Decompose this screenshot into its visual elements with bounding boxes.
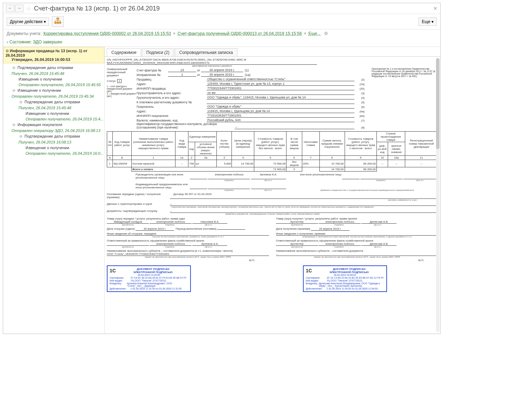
tree-node[interactable]: Извещение о получении xyxy=(4,111,104,116)
signature-stamp-1: 1CДОКУМЕНТ ПОДПИСАН ЭЛЕКТРОННОЙ ПОДПИСЬЮ… xyxy=(107,265,191,292)
link-more[interactable]: Еще... xyxy=(309,31,320,36)
scrollbar[interactable] xyxy=(436,58,440,332)
tree-node[interactable]: ⊖Подтверждение даты отправки xyxy=(4,133,104,139)
svg-rect-3 xyxy=(60,22,61,23)
link-correction[interactable]: Корректировка поступления ОД00-000002 от… xyxy=(43,31,171,36)
tree-node[interactable]: ⊖Информация покупателя xyxy=(4,122,104,128)
link-invoice-received[interactable]: Счет-фактура полученный ОД00-000013 от 2… xyxy=(178,31,302,36)
nav-forward-button[interactable]: → xyxy=(15,5,23,12)
tree-node[interactable]: Извещение о получении xyxy=(4,145,104,151)
more-button[interactable]: Еще ▾ xyxy=(419,18,437,26)
state-value: ЭДО завершен xyxy=(33,40,62,44)
tree-node[interactable]: ⊖Подтверждение даты отправки xyxy=(4,99,104,105)
hierarchy-icon xyxy=(54,18,61,25)
tree-node[interactable]: Отправлен получателю, 26.04.2019 15:45:5… xyxy=(4,82,104,88)
window-title: Счет-фактура № 13 (испр. 1) от 26.04.201… xyxy=(34,5,433,12)
gear-icon[interactable]: ⚙ xyxy=(324,31,328,36)
table-row: 1КШ-289/54Костюм мужской --796шт 5,00014… xyxy=(107,160,438,167)
structure-button[interactable] xyxy=(52,16,64,27)
close-icon[interactable]: ✕ xyxy=(433,6,437,11)
svg-rect-1 xyxy=(55,22,56,23)
tab-note[interactable]: Сопроводительная записка xyxy=(175,48,237,56)
favorite-star-icon[interactable]: ☆ xyxy=(26,5,31,12)
other-actions-button[interactable]: Другие действия ▾ xyxy=(7,18,49,26)
svg-rect-2 xyxy=(57,22,59,23)
signature-stamp-2: 1CДОКУМЕНТ ПОДПИСАН ЭЛЕКТРОННОЙ ПОДПИСЬЮ… xyxy=(303,265,387,292)
goods-table: № п/пКод товара/ работ, услуг Наименован… xyxy=(107,131,438,172)
tree-node[interactable]: ⊖Извещение о получении xyxy=(4,88,104,93)
tree-node[interactable]: ⊖Подтверждение даты отправки xyxy=(4,65,104,71)
tree-node[interactable]: Получен, 26.04.2019 15:45:48 xyxy=(4,71,104,76)
tab-signatures[interactable]: Подписи (2) xyxy=(142,48,174,56)
tree-node[interactable]: Получен, 26.04.2019 16:08:13 xyxy=(4,139,104,145)
tab-content[interactable]: Содержимое xyxy=(107,48,141,56)
tree-node[interactable]: Отправлен получателю, 26.04.2019 15:45:3… xyxy=(4,93,104,99)
tree-node[interactable]: Отправлен получателю, 26.04.2019 15:4... xyxy=(4,116,104,122)
tree-node[interactable]: Отправлен получателю, 26.04.2019 16:0... xyxy=(4,151,104,156)
chevron-right-icon[interactable]: › xyxy=(7,40,8,44)
svg-rect-0 xyxy=(57,18,59,19)
nav-back-button[interactable]: ← xyxy=(6,5,14,12)
sidebar-tree[interactable]: ⊖ Информация продавца № 13 (испр. 1) от … xyxy=(3,47,105,334)
tree-node[interactable]: Извещение о получении xyxy=(4,76,104,82)
docs-label: Документы учета: xyxy=(7,31,41,36)
tree-node[interactable]: Получен, 26.04.2019 15:45:48 xyxy=(4,105,104,111)
tree-node[interactable]: Отправлен оператору ЭДО, 26.04.2019 16:0… xyxy=(4,128,104,133)
